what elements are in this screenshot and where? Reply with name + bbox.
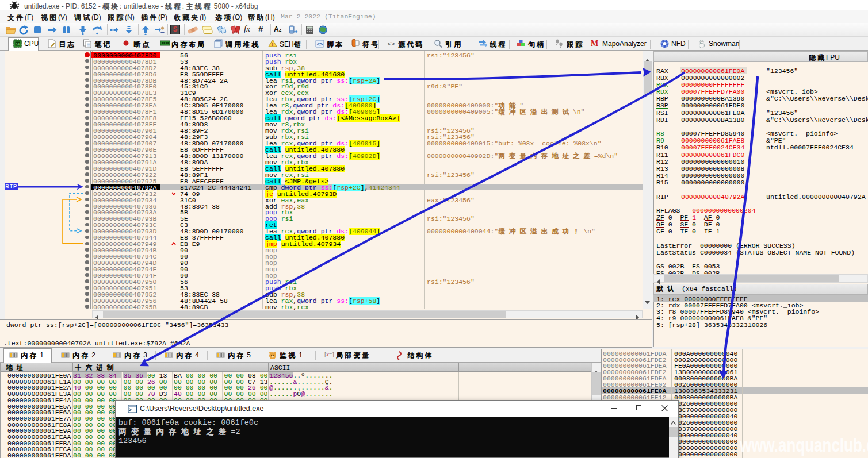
- svg-text:<>: <>: [317, 41, 323, 47]
- svg-text:64: 64: [16, 43, 20, 47]
- svg-text:<>: <>: [387, 41, 395, 48]
- svg-text:!: !: [272, 41, 274, 47]
